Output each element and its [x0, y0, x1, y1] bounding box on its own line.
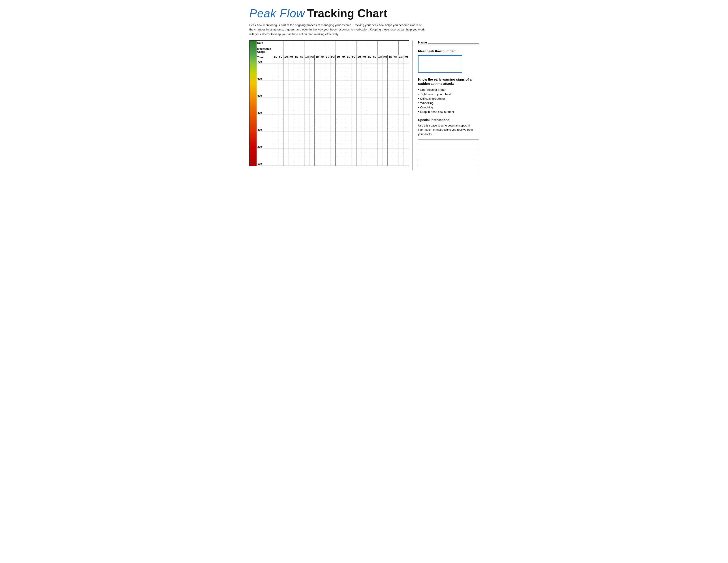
ideal-box[interactable] [418, 55, 462, 73]
warning-title: Know the early warning signs of a sudden… [418, 77, 479, 86]
day-group [315, 41, 325, 46]
medication-row: Medication Usage [257, 46, 409, 55]
y-label-100: 100 [257, 149, 273, 165]
list-item: •Difficulty breathing [418, 97, 479, 100]
date-cells [273, 41, 409, 46]
y-label-300: 300 [257, 115, 273, 132]
date-row: Date [257, 41, 409, 46]
list-item: •Wheezing [418, 101, 479, 105]
medication-label: Medication Usage [257, 46, 273, 55]
list-item: •Drop in peak flow number [418, 110, 479, 113]
am-cell: AM [398, 55, 404, 60]
time-cells: AM PM AM PM AM PM AM PM AM PM AM PM [273, 55, 409, 60]
rows-200 [273, 132, 409, 148]
y-label-500: 500 [257, 81, 273, 98]
bullet-icon: • [418, 106, 419, 109]
grid-row [273, 63, 409, 64]
pm-cell: PM [289, 55, 294, 60]
name-label: Name [418, 40, 427, 44]
day-group [346, 41, 357, 46]
write-line [418, 160, 479, 160]
chart-wrapper: Date [249, 40, 409, 166]
am-cell: AM [273, 55, 278, 60]
rows-100 [273, 149, 409, 165]
pm-cell: PM [362, 55, 367, 60]
pm-cell: PM [341, 55, 346, 60]
pm-cell: PM [278, 55, 284, 60]
band-600: 600 [257, 64, 409, 81]
am-cell: AM [356, 55, 362, 60]
pm-cell: PM [403, 55, 409, 60]
list-item: •Coughing [418, 106, 479, 109]
title-script: Peak Flow [249, 7, 305, 20]
day-group [283, 41, 294, 46]
am-cell: AM [388, 55, 393, 60]
day-group [336, 41, 346, 46]
intro-paragraph: Peak flow monitoring is part of the ongo… [249, 23, 426, 36]
vertical-divider [412, 40, 413, 170]
pm-cell: PM [330, 55, 336, 60]
title-bold: Tracking Chart [307, 7, 387, 20]
band-200: 200 [257, 132, 409, 149]
special-desc: Use this space to write down any special… [418, 123, 479, 136]
day-group [273, 41, 283, 46]
warning-list: •Shortness of breath •Tightness in your … [418, 88, 479, 113]
day-group [357, 41, 367, 46]
time-row: Time AM PM AM PM AM PM AM PM AM [257, 55, 409, 60]
band-700: 700 [257, 60, 409, 64]
band-400: 400 [257, 98, 409, 115]
color-bar [250, 41, 257, 166]
list-item: •Shortness of breath [418, 88, 479, 91]
y-label-200: 200 [257, 132, 273, 148]
rows-600 [273, 64, 409, 81]
bullet-icon: • [418, 97, 419, 100]
write-line [418, 165, 479, 165]
bullet-icon: • [418, 110, 419, 113]
data-grid: 700 [257, 60, 409, 166]
am-cell: AM [336, 55, 341, 60]
am-cell: AM [315, 55, 320, 60]
pm-cell: PM [393, 55, 398, 60]
medication-cells [273, 46, 409, 55]
main-layout: Date [249, 40, 479, 170]
rows-400 [273, 98, 409, 115]
day-group [325, 41, 336, 46]
date-label: Date [257, 41, 273, 46]
band-100: 100 [257, 149, 409, 166]
name-row: Name [418, 40, 479, 45]
day-group [367, 41, 378, 46]
list-item: •Tightness in your chest [418, 92, 479, 96]
am-cell: AM [377, 55, 383, 60]
am-cell: AM [304, 55, 310, 60]
y-label-700: 700 [257, 60, 273, 64]
chart-grid-area: Date [257, 41, 409, 166]
am-cell: AM [367, 55, 372, 60]
am-cell: AM [325, 55, 331, 60]
pm-cell: PM [299, 55, 304, 60]
day-group [388, 41, 398, 46]
chart-section: Date [249, 40, 409, 170]
day-group [304, 41, 315, 46]
rows-300 [273, 115, 409, 132]
rows-700 [273, 60, 409, 64]
day-group [294, 41, 304, 46]
page-title-row: Peak Flow Tracking Chart [249, 7, 479, 20]
pm-cell: PM [320, 55, 325, 60]
am-cell: AM [346, 55, 351, 60]
pm-cell: PM [351, 55, 357, 60]
ideal-label: Ideal peak flow number: [418, 49, 479, 53]
y-label-600: 600 [257, 64, 273, 81]
write-line [418, 155, 479, 155]
am-cell: AM [294, 55, 299, 60]
rows-500 [273, 81, 409, 98]
right-panel: Name Ideal peak flow number: Know the ea… [416, 40, 479, 170]
day-group [399, 41, 409, 46]
band-500: 500 [257, 81, 409, 98]
special-title: Special Instructions [418, 118, 479, 122]
day-group [378, 41, 388, 46]
bullet-icon: • [418, 101, 419, 104]
pm-cell: PM [372, 55, 377, 60]
time-label: Time [257, 55, 273, 60]
y-label-400: 400 [257, 98, 273, 115]
pm-cell: PM [383, 55, 388, 60]
